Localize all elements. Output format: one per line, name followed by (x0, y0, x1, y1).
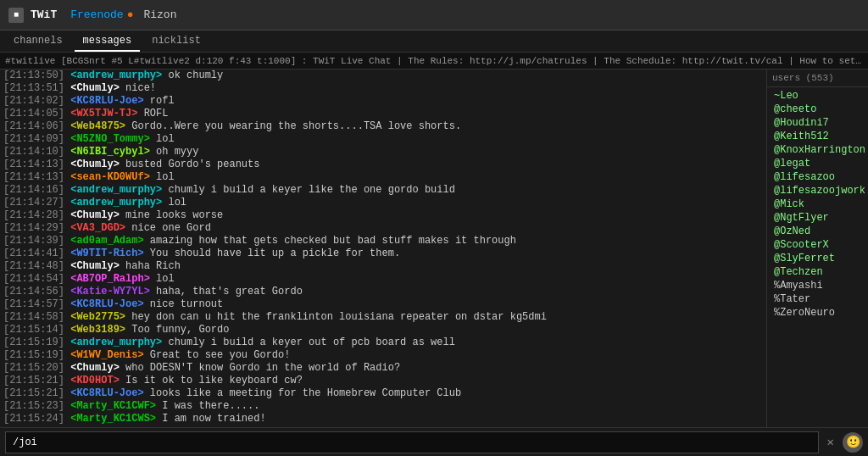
chat-line: [21:14:56] <Katie-WY7YL> haha, that's gr… (3, 286, 763, 298)
nick-label[interactable]: <N5ZNO_Tommy> (70, 133, 150, 145)
network2-label: Rizon (143, 8, 176, 21)
emoji-button[interactable]: 🙂 (843, 432, 863, 453)
nick-label[interactable]: <Marty_KC1CWF> (70, 400, 156, 412)
chat-line: [21:14:02] <KC8RLU-Joe> rofl (3, 95, 763, 108)
chat-line: [21:15:14] <Web3189> Too funny, Gordo (3, 324, 763, 336)
network-dot: ● (127, 8, 134, 21)
chat-line: [21:14:05] <WX5TJW-TJ> ROFL (3, 108, 763, 120)
chat-line: [21:15:21] <KC8RLU-Joe> looks like a mee… (3, 387, 763, 400)
nick-item[interactable]: @Techzen (767, 265, 868, 279)
app-name: TWiT (31, 8, 57, 21)
nick-label[interactable]: <W1WV_Denis> (70, 349, 143, 361)
chat-line: [21:13:50] <andrew_murphy> ok chumly (3, 70, 763, 82)
nick-item[interactable]: @Houdini7 (767, 116, 868, 130)
nick-label[interactable]: <KC8RLU-Joe> (70, 95, 143, 107)
network1-label: Freenode (70, 8, 123, 21)
nick-label[interactable]: <Chumly> (70, 260, 120, 272)
nick-label[interactable]: <Chumly> (70, 209, 120, 221)
chat-line: [21:14:57] <KC8RLU-Joe> nice turnout (3, 298, 763, 311)
nick-item[interactable]: @lifesazoo (767, 170, 868, 184)
chat-line: [21:15:23] <Marty_KC1CWF> I was there...… (3, 400, 763, 413)
nick-label[interactable]: <KC8RLU-Joe> (70, 298, 143, 310)
chat-area: [21:13:40] <VE3MIC_Mike> those are dead … (0, 70, 766, 427)
chat-line: [21:13:51] <Chumly> nice! (3, 82, 763, 95)
nav-tabs: channels messages nicklist (0, 31, 868, 53)
nicklist-panel: users (553) ~Leo@cheeto@Houdini7@Keith51… (766, 70, 868, 427)
tab-nicklist[interactable]: nicklist (143, 33, 209, 52)
nick-label[interactable]: <andrew_murphy> (70, 184, 162, 196)
chat-line: [21:14:39] <ad0am_Adam> amazing how that… (3, 235, 763, 247)
chat-line: [21:15:19] <W1WV_Denis> Great to see you… (3, 349, 763, 362)
nick-item[interactable]: @NgtFlyer (767, 211, 868, 225)
tab-channels[interactable]: channels (5, 33, 71, 52)
chat-line: [21:14:10] <N6IBI_cybyl> oh myyy (3, 146, 763, 158)
nick-label[interactable]: <Web3189> (70, 324, 125, 336)
input-bar: ✕ 🙂 (0, 427, 868, 456)
nick-item[interactable]: %Tater (767, 292, 868, 306)
chat-line: [21:14:06] <Web4875> Gordo..Were you wea… (3, 120, 763, 133)
nick-label[interactable]: <Chumly> (70, 158, 120, 170)
chat-line: [21:14:09] <N5ZNO_Tommy> lol (3, 133, 763, 146)
nick-item[interactable]: @Keith512 (767, 130, 868, 143)
nicklist-header: users (553) (767, 71, 868, 87)
chat-line: [21:14:28] <Chumly> mine looks worse (3, 209, 763, 222)
topic-bar: #twitlive [BCGSnrt #5 L#twitlive2 d:120 … (0, 53, 868, 70)
chat-line: [21:15:20] <Chumly> who DOESN'T know Gor… (3, 362, 763, 375)
tab-messages[interactable]: messages (75, 33, 141, 52)
nick-label[interactable]: <Chumly> (70, 362, 120, 374)
chat-line: [21:14:13] <Chumly> busted Gordo's peanu… (3, 158, 763, 171)
nick-label[interactable]: <Web2775> (70, 311, 125, 323)
chat-line: [21:15:24] <Marty_KC1CWS> I am now train… (3, 413, 763, 425)
nick-item[interactable]: @cheeto (767, 103, 868, 116)
chat-line: [21:14:41] <W9TIT-Rich> You should have … (3, 247, 763, 260)
nick-label[interactable]: <Chumly> (70, 82, 120, 94)
nick-label[interactable]: <KD0HOT> (70, 375, 120, 386)
nick-item[interactable]: %Amyashi (767, 279, 868, 292)
chat-line: [21:14:48] <Chumly> haha Rich (3, 260, 763, 273)
nick-label[interactable]: <andrew_murphy> (70, 336, 162, 348)
nick-label[interactable]: <sean-KD0WUf> (70, 171, 150, 183)
nick-item[interactable]: ~Leo (767, 89, 868, 103)
nick-label[interactable]: <KC8RLU-Joe> (70, 387, 143, 399)
clear-icon[interactable]: ✕ (824, 435, 837, 449)
nick-label[interactable]: <andrew_murphy> (70, 70, 162, 81)
nick-label[interactable]: <W9TIT-Rich> (70, 247, 143, 259)
nick-item[interactable]: @KnoxHarrington (767, 143, 868, 157)
nick-label[interactable]: <Web4875> (70, 120, 125, 132)
nick-label[interactable]: <ad0am_Adam> (70, 235, 143, 247)
app-icon: ■ (8, 8, 24, 23)
nick-item[interactable]: @SlyFerret (767, 252, 868, 265)
nick-label[interactable]: <AB7OP_Ralph> (70, 273, 150, 285)
nick-item[interactable]: @legat (767, 157, 868, 170)
nick-label[interactable]: <Katie-WY7YL> (70, 286, 150, 298)
nick-label[interactable]: <VA3_DGD> (70, 222, 125, 234)
nick-item[interactable]: @Mick (767, 197, 868, 211)
nick-label[interactable]: <andrew_murphy> (70, 197, 162, 209)
chat-line: [21:14:29] <VA3_DGD> nice one Gord (3, 222, 763, 235)
nick-label[interactable]: <Marty_KC1CWS> (70, 413, 156, 425)
titlebar: ■ TWiT Freenode ● Rizon (0, 0, 868, 31)
chat-input[interactable] (5, 431, 819, 453)
nick-item[interactable]: @lifesazoojwork (767, 184, 868, 197)
chat-line: [21:14:13] <sean-KD0WUf> lol (3, 171, 763, 184)
chat-line: [21:14:27] <andrew_murphy> lol (3, 197, 763, 209)
chat-line: [21:14:16] <andrew_murphy> chumly i buil… (3, 184, 763, 197)
chat-line: [21:15:19] <andrew_murphy> chumly i buil… (3, 336, 763, 349)
chat-line: [21:14:58] <Web2775> hey don can u hit t… (3, 311, 763, 324)
nick-label[interactable]: <WX5TJW-TJ> (70, 108, 137, 120)
chat-line: [21:15:21] <KD0HOT> Is it ok to like key… (3, 375, 763, 387)
nick-item[interactable]: %ZeroNeuro (767, 306, 868, 320)
nick-item[interactable]: @ScooterX (767, 238, 868, 252)
nick-item[interactable]: @OzNed (767, 225, 868, 238)
nick-label[interactable]: <N6IBI_cybyl> (70, 146, 150, 158)
chat-line: [21:14:54] <AB7OP_Ralph> lol (3, 273, 763, 286)
main-area: [21:13:40] <VE3MIC_Mike> those are dead … (0, 70, 868, 427)
